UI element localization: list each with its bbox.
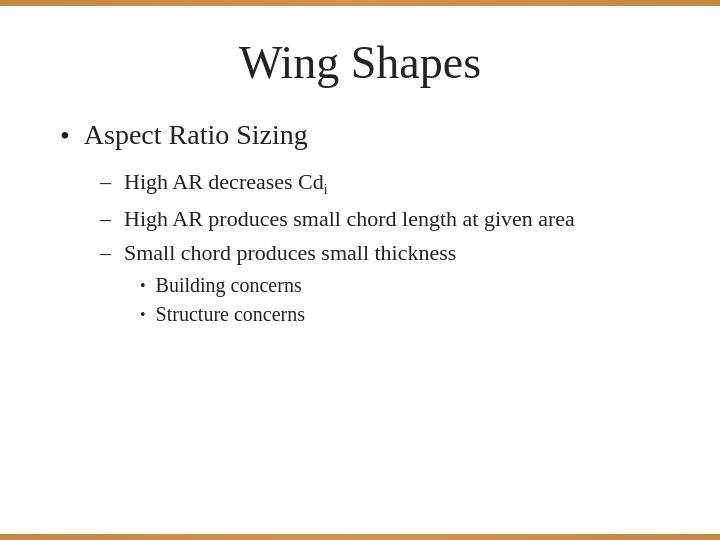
sub-bullet-3: – Small chord produces small thickness [100,240,660,266]
sub-bullet-2: – High AR produces small chord length at… [100,206,660,232]
sub-sub-bullet-dot-2: • [140,306,146,324]
sub-sub-bullets-list: • Building concerns • Structure concerns [140,274,660,326]
main-bullet: • Aspect Ratio Sizing [60,119,660,153]
slide-content: Wing Shapes • Aspect Ratio Sizing – High… [0,6,720,540]
border-bottom [0,534,720,540]
sub-sub-bullet-1: • Building concerns [140,274,660,297]
sub-bullets-list: – High AR decreases Cdi – High AR produc… [100,169,660,332]
main-bullet-text: Aspect Ratio Sizing [84,119,308,151]
sub-bullet-dash-3: – [100,240,114,266]
sub-bullet-dash-1: – [100,169,114,195]
sub-bullet-text-2: High AR produces small chord length at g… [124,206,575,232]
sub-sub-bullet-dot-1: • [140,277,146,295]
main-bullet-dot: • [60,119,70,153]
slide: Wing Shapes • Aspect Ratio Sizing – High… [0,0,720,540]
slide-title: Wing Shapes [60,36,660,89]
sub-bullet-dash-2: – [100,206,114,232]
sub-bullet-1: – High AR decreases Cdi [100,169,660,198]
sub-sub-bullet-2: • Structure concerns [140,303,660,326]
sub-sub-bullet-text-2: Structure concerns [156,303,305,326]
sub-sub-bullet-text-1: Building concerns [156,274,302,297]
sub-bullet-text-1: High AR decreases Cdi [124,169,328,198]
sub-bullet-text-3: Small chord produces small thickness [124,240,456,266]
